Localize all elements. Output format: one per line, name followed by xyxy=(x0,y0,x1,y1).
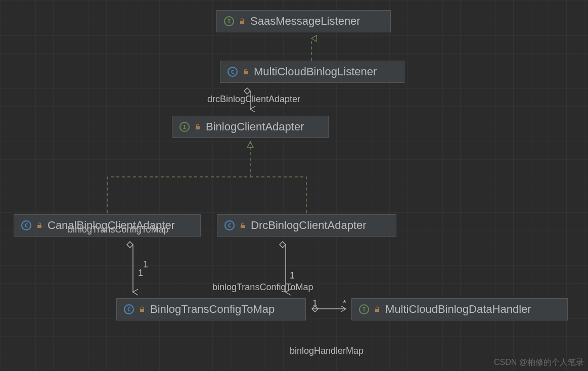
interface-icon: I xyxy=(179,122,190,132)
node-drc-binlog-client-adapter[interactable]: C DrcBinlogClientAdapter xyxy=(217,214,396,237)
class-icon: C xyxy=(124,304,134,314)
node-label: DrcBinlogClientAdapter xyxy=(251,219,367,232)
node-label: SaasMessageListener xyxy=(250,15,360,28)
lock-icon xyxy=(36,222,42,228)
node-label: MultiCloudBinlogListener xyxy=(254,65,377,78)
node-label: MultiCloudBinlogDataHandler xyxy=(385,303,531,316)
multiplicity-1: 1 xyxy=(138,268,143,279)
lock-icon xyxy=(243,69,249,75)
node-label: BinlogTransConfigToMap xyxy=(150,303,275,316)
watermark: CSDN @柏修的个人笔录 xyxy=(494,357,584,368)
multiplicity-star: * xyxy=(343,298,346,309)
multiplicity-1: 1 xyxy=(290,270,295,281)
lock-icon xyxy=(239,18,245,24)
class-icon: C xyxy=(21,220,31,230)
node-multi-cloud-binlog-listener[interactable]: C MultiCloudBinlogListener xyxy=(220,61,404,83)
interface-icon: I xyxy=(359,304,369,314)
node-saas-message-listener[interactable]: I SaasMessageListener xyxy=(216,10,391,32)
lock-icon xyxy=(240,222,246,228)
edge-label-drc-client-adapter: drcBinlogClientAdapter xyxy=(207,94,300,105)
lock-icon xyxy=(139,306,145,312)
node-binlog-trans-config-to-map[interactable]: C BinlogTransConfigToMap xyxy=(116,298,306,320)
lock-icon xyxy=(195,124,201,130)
edge-label-binlog-trans-mid: binlogTransConfigToMap xyxy=(212,282,313,293)
edge-label-binlog-trans-top: binlogTransConfigToMap xyxy=(68,224,168,235)
node-binlog-client-adapter[interactable]: I BinlogClientAdapter xyxy=(172,116,329,138)
class-icon: C xyxy=(224,220,235,230)
lock-icon xyxy=(374,306,380,312)
edge-label-binlog-handler-map: binlogHandlerMap xyxy=(290,346,364,356)
multiplicity-1: 1 xyxy=(312,298,318,309)
node-label: BinlogClientAdapter xyxy=(206,120,304,133)
node-multi-cloud-binlog-data-handler[interactable]: I MultiCloudBinlogDataHandler xyxy=(351,298,568,320)
class-icon: C xyxy=(228,67,238,77)
multiplicity-1: 1 xyxy=(143,259,148,270)
interface-icon: I xyxy=(224,16,234,26)
